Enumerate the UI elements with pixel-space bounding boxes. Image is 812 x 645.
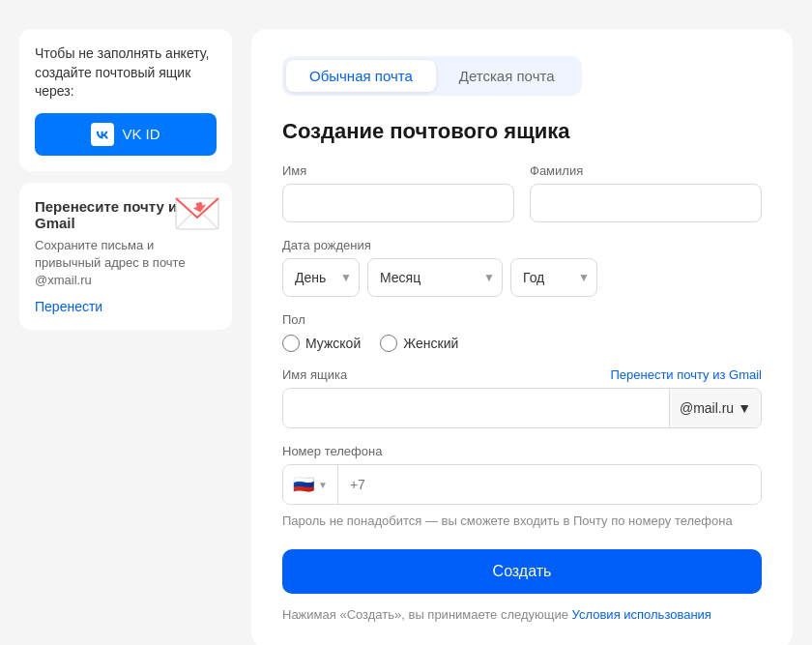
mailbox-label: Имя ящика [282,367,347,382]
gender-female-radio[interactable] [380,335,397,352]
mailbox-domain-text: @mail.ru [680,400,734,416]
mailbox-domain-selector[interactable]: @mail.ru ▼ [669,389,761,427]
month-select-wrap: Месяц ▼ [367,258,503,297]
mailbox-domain-arrow-icon: ▼ [738,400,751,416]
gmail-transfer-link[interactable]: Перенести [35,299,217,314]
tab-regular-mail[interactable]: Обычная почта [286,60,436,92]
gmail-envelope-wrap [174,196,220,235]
year-select[interactable]: Год [510,258,597,297]
gmail-envelope-icon [174,196,220,231]
phone-flag-arrow-icon: ▼ [318,480,328,490]
tabs: Обычная почта Детская почта [282,56,582,96]
vk-button[interactable]: VK ID [35,113,217,156]
gender-row: Мужской Женский [282,335,762,352]
gender-section: Пол Мужской Женский [282,312,762,352]
phone-hint-text: Пароль не понадобится — вы сможете входи… [282,513,762,530]
gender-label: Пол [282,312,762,327]
create-button[interactable]: Создать [282,549,762,594]
page-wrapper: Чтобы не заполнять анкету, создайте почт… [19,19,793,645]
vk-icon [91,123,114,146]
sidebar: Чтобы не заполнять анкету, создайте почт… [19,29,232,645]
mailbox-input-row: @mail.ru ▼ [282,388,762,428]
dob-section: Дата рождения День ▼ Месяц ▼ Год [282,238,762,297]
mailbox-section: Имя ящика Перенести почту из Gmail @mail… [282,367,762,428]
vk-card-text: Чтобы не заполнять анкету, создайте почт… [35,44,217,102]
gmail-card: Перенесите почту из Gmail Сохраните пись… [19,183,232,331]
phone-row: 🇷🇺 ▼ [282,464,762,505]
dob-row: День ▼ Месяц ▼ Год ▼ [282,258,762,297]
terms-prefix: Нажимая «Создать», вы принимаете следующ… [282,607,572,622]
phone-section: Номер телефона 🇷🇺 ▼ [282,444,762,505]
russian-flag-icon: 🇷🇺 [293,474,314,495]
terms-link[interactable]: Условия использования [572,607,711,622]
first-name-label: Имя [282,163,514,178]
day-select-wrap: День ▼ [282,258,360,297]
phone-label: Номер телефона [282,444,762,458]
main-form-card: Обычная почта Детская почта Создание поч… [251,29,793,645]
vk-card: Чтобы не заполнять анкету, создайте почт… [19,29,232,171]
name-row: Имя Фамилия [282,163,762,222]
mailbox-gmail-link[interactable]: Перенести почту из Gmail [610,367,762,382]
phone-country-selector[interactable]: 🇷🇺 ▼ [283,465,338,504]
gender-male-text: Мужской [305,336,361,351]
mailbox-input[interactable] [283,389,669,427]
last-name-group: Фамилия [530,163,762,222]
month-select[interactable]: Месяц [367,258,503,297]
first-name-group: Имя [282,163,514,222]
gender-female-label[interactable]: Женский [380,335,458,352]
dob-label: Дата рождения [282,238,762,252]
day-select[interactable]: День [282,258,360,297]
last-name-input[interactable] [530,184,762,222]
tab-kids-mail[interactable]: Детская почта [436,60,578,92]
tabs-container: Обычная почта Детская почта [282,56,762,96]
gender-male-label[interactable]: Мужской [282,335,361,352]
vk-button-label: VK ID [122,126,160,142]
first-name-input[interactable] [282,184,514,222]
phone-input[interactable] [338,465,761,504]
gender-male-radio[interactable] [282,335,300,352]
last-name-label: Фамилия [530,163,762,178]
terms-text: Нажимая «Создать», вы принимаете следующ… [282,605,762,625]
form-title: Создание почтового ящика [282,119,762,144]
year-select-wrap: Год ▼ [510,258,597,297]
gender-female-text: Женский [403,336,458,351]
gmail-card-desc: Сохраните письма и привычный адрес в поч… [35,237,217,290]
mailbox-header: Имя ящика Перенести почту из Gmail [282,367,762,382]
